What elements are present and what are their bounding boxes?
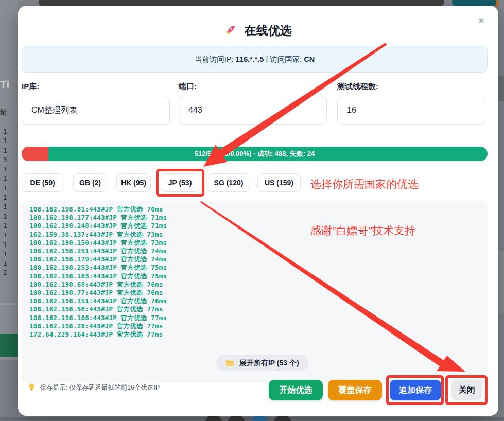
current-ip-value: 116.*.*.5 [236,55,264,63]
ip-line: 108.162.198.253:443#JP 官方优选 75ms [29,264,167,272]
progress-bar: 512/512 (100.00%) - 成功: 488, 失败: 24 [22,147,488,161]
ip-line: 108.162.198.251:443#JP 官方优选 74ms [29,247,167,255]
ip-library-label: IP库: [22,82,170,92]
close-button[interactable]: 关闭 [451,380,482,400]
rocket-icon [224,24,237,39]
dialog-title: 在线优选 [18,23,498,39]
background-right-column [498,0,504,421]
expand-all-ips-button[interactable]: 展开所有IP (53 个) [216,355,308,371]
background-address-label: 址 [0,108,7,117]
overwrite-save-button[interactable]: 覆盖保存 [328,380,382,400]
ip-line: 108.162.198.248:443#JP 官方优选 71ms [29,222,167,230]
start-select-button[interactable]: 开始优选 [269,380,323,400]
background-left-column: Ti 址 1 1 1 3 1 1 1 1 1 1 1 1 1 1 1 2 [0,0,18,421]
ip-line: 108.162.198.28:443#JP 官方优选 77ms [29,322,167,330]
background-row-numbers: 1 1 1 3 1 1 1 1 1 1 1 1 1 1 1 2 [3,127,7,278]
ip-line: 108.162.198.151:443#JP 官方优选 76ms [29,297,167,305]
background-footer-block [0,360,18,421]
save-tip: 保存提示: 仅保存延迟最低的前16个优选IP [28,383,160,393]
country-button-jp[interactable]: JP (53) [161,173,199,192]
ip-line: 108.162.198.163:443#JP 官方优选 75ms [29,272,167,280]
ip-line: 108.162.198.177:443#JP 官方优选 71ms [29,214,167,222]
background-green-block [0,334,18,357]
background-teal-button [452,0,497,6]
country-button-hk[interactable]: HK (95) [116,173,151,192]
port-input[interactable] [179,96,327,125]
online-select-dialog: × 在线优选 当前访问IP: 116.*.*.5 | 访问国家: CN IP库:… [18,6,498,416]
current-country-value: CN [304,55,315,63]
append-save-button[interactable]: 追加保存 [390,380,441,400]
threads-input[interactable] [337,96,485,125]
country-button-sg[interactable]: SG (120) [207,173,250,192]
port-label: 端口: [179,82,327,92]
field-port: 端口: [179,82,327,125]
country-button-us[interactable]: US (159) [257,173,301,192]
ip-line: 172.64.229.164:443#JP 官方优选 77ms [29,330,167,339]
ip-result-panel: 108.162.198.81:443#JP 官方优选 70ms 108.162.… [22,201,488,383]
expand-all-ips-label: 展开所有IP (53 个) [239,359,299,367]
progress-label: 512/512 (100.00%) - 成功: 488, 失败: 24 [22,147,488,161]
ip-line: 108.162.198.179:443#JP 官方优选 74ms [29,255,167,264]
ip-line: 108.162.198.56:443#JP 官方优选 77ms [29,305,167,313]
current-ip-banner: 当前访问IP: 116.*.*.5 | 访问国家: CN [22,46,488,73]
ip-line: 108.162.198.150:443#JP 官方优选 73ms [29,239,167,247]
dialog-title-text: 在线优选 [245,24,292,37]
ip-result-list: 108.162.198.81:443#JP 官方优选 70ms 108.162.… [29,205,167,339]
ip-line: 108.162.198.77:443#JP 官方优选 76ms [29,289,167,297]
lightbulb-icon [28,383,35,393]
field-threads: 测试线程数: [337,82,485,125]
ip-line: 162.159.38.137:443#JP 官方优选 73ms [29,231,167,239]
threads-label: 测试线程数: [337,82,485,92]
country-button-gb[interactable]: GB (2) [73,173,107,192]
background-partial-text: Ti [0,78,9,91]
field-ip-library: IP库: [22,82,170,125]
ip-line: 108.162.198.68:443#JP 官方优选 76ms [29,280,167,289]
ip-line: 108.162.198.108:443#JP 官方优选 77ms [29,314,167,322]
country-button-de[interactable]: DE (59) [22,173,63,192]
ip-line: 108.162.198.81:443#JP 官方优选 70ms [29,205,167,214]
save-tip-text: 保存提示: 仅保存延迟最低的前16个优选IP [40,384,160,391]
folder-icon [225,356,234,372]
page: Ti 址 1 1 1 3 1 1 1 1 1 1 1 1 1 1 1 2 [0,0,504,421]
ip-library-select[interactable] [22,96,170,125]
background-divider [0,303,18,305]
